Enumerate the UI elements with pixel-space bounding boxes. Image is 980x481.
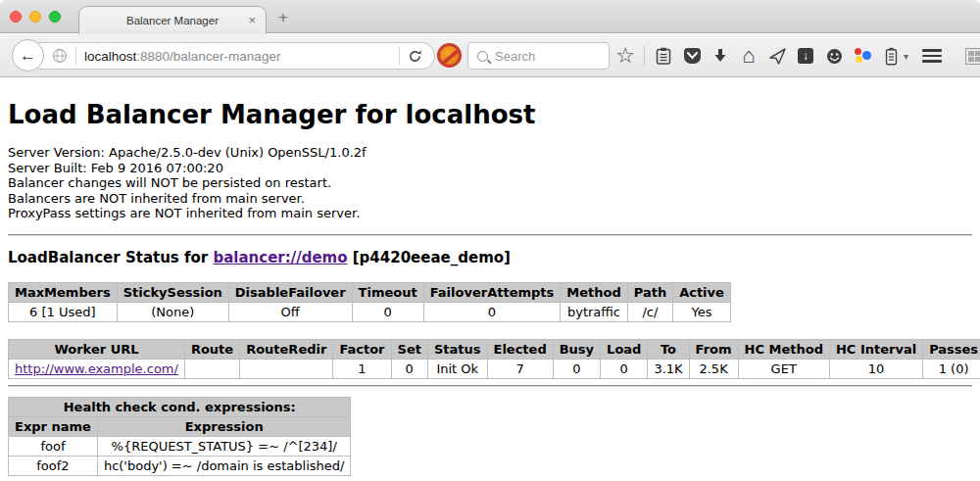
- header-cell: Worker URL: [9, 339, 185, 359]
- toolbar-icons: ☆ ⌂ ↓: [615, 40, 980, 72]
- url-bar[interactable]: localhost:8880/balancer-manager: [27, 42, 435, 70]
- header-cell: Timeout: [352, 282, 423, 302]
- reload-icon[interactable]: [408, 49, 422, 64]
- header-cell: DisableFailover: [228, 282, 352, 302]
- data-cell: 1 (0): [923, 359, 980, 378]
- header-cell: HC Interval: [829, 339, 922, 359]
- table-header-row: MaxMembers StickySession DisableFailover…: [9, 282, 731, 302]
- search-bar[interactable]: [467, 42, 610, 70]
- table-row: foof2 hc('body') =~ /domain is establish…: [9, 456, 351, 475]
- data-cell: Init Ok: [427, 359, 487, 378]
- health-table-title: Health check cond. expressions:: [9, 397, 351, 416]
- close-tab-icon[interactable]: ×: [248, 13, 256, 27]
- header-cell: Status: [427, 339, 487, 359]
- header-cell: Load: [601, 339, 648, 359]
- data-cell: 0: [352, 302, 423, 321]
- table-title-row: Health check cond. expressions:: [9, 397, 351, 416]
- balancer-demo-link[interactable]: balancer://demo: [213, 249, 347, 266]
- balancer-status-heading: LoadBalancer Status for balancer://demo …: [8, 249, 972, 266]
- emoji-addon-icon[interactable]: [824, 43, 844, 69]
- status-heading-suffix: [p4420eeae_demo]: [348, 249, 511, 266]
- addon-dropdown-caret-icon[interactable]: ▾: [904, 51, 908, 62]
- proxypass-notice-line: ProxyPass settings are NOT inherited fro…: [8, 206, 972, 221]
- header-cell: To: [648, 339, 689, 359]
- titlebar: Balancer Manager × +: [0, 0, 980, 33]
- data-cell: Yes: [673, 302, 731, 321]
- navigation-toolbar: ← localhost:8880/balancer-manager ☆: [0, 34, 980, 77]
- page-title: Load Balancer Manager for localhost: [8, 100, 972, 129]
- header-cell: Passes: [923, 339, 980, 359]
- colored-dots-addon-icon[interactable]: [853, 43, 872, 69]
- table-row: foof %{REQUEST_STATUS} =~ /^[234]/: [9, 436, 351, 456]
- expression-cell: hc('body') =~ /domain is established/: [97, 456, 351, 475]
- page-thumbnail-icon[interactable]: [964, 43, 980, 69]
- video-download-helper-icon[interactable]: ↓: [796, 43, 815, 69]
- downloads-icon[interactable]: [710, 43, 730, 69]
- server-version-line: Server Version: Apache/2.5.0-dev (Unix) …: [8, 145, 972, 161]
- header-cell: Factor: [333, 339, 391, 359]
- send-tab-icon[interactable]: [767, 43, 787, 69]
- header-cell: Elected: [487, 339, 553, 359]
- header-cell: From: [689, 339, 738, 359]
- header-cell: HC Method: [738, 339, 829, 359]
- header-cell: Busy: [553, 339, 600, 359]
- inherit-notice-line: Balancers are NOT inherited from main se…: [8, 191, 972, 207]
- worker-status-table: Worker URL Route RouteRedir Factor Set S…: [8, 339, 980, 379]
- page-content: Load Balancer Manager for localhost Serv…: [0, 78, 980, 481]
- data-cell: GET: [738, 359, 829, 378]
- tab-balancer-manager[interactable]: Balancer Manager ×: [78, 6, 267, 34]
- data-cell: 0: [553, 359, 600, 378]
- data-cell: 2.5K: [689, 359, 738, 378]
- url-path: :8880/balancer-manager: [136, 49, 280, 64]
- pocket-icon[interactable]: [682, 43, 702, 69]
- back-button[interactable]: ←: [12, 39, 44, 72]
- header-cell: StickySession: [117, 282, 228, 302]
- data-cell: /c/: [627, 302, 672, 321]
- server-built-line: Server Built: Feb 9 2016 07:00:20: [8, 161, 972, 176]
- browser-window: Balancer Manager × + ← localhost:8880/ba…: [0, 0, 980, 481]
- data-cell: Off: [228, 302, 352, 321]
- data-cell: 0: [601, 359, 648, 378]
- bookmark-star-icon[interactable]: ☆: [615, 43, 635, 69]
- header-cell: Expr name: [9, 416, 98, 436]
- close-window-button[interactable]: [10, 11, 22, 23]
- expr-name-cell: foof: [9, 436, 98, 456]
- url-host: localhost: [84, 49, 136, 64]
- data-cell: 1: [333, 359, 391, 378]
- data-cell: 10: [829, 359, 922, 378]
- new-tab-button[interactable]: +: [278, 8, 288, 27]
- minimize-window-button[interactable]: [29, 11, 41, 23]
- header-cell: Path: [627, 282, 672, 302]
- home-icon[interactable]: ⌂: [739, 43, 759, 69]
- health-check-table: Health check cond. expressions: Expr nam…: [8, 397, 351, 476]
- header-cell: Set: [391, 339, 427, 359]
- table-header-row: Expr name Expression: [9, 416, 351, 436]
- table-row: 6 [1 Used] (None) Off 0 0 bytraffic /c/ …: [9, 302, 731, 321]
- data-cell: 3.1K: [648, 359, 689, 378]
- data-cell: [184, 359, 239, 378]
- clipboard-icon[interactable]: [654, 43, 673, 69]
- header-cell: Expression: [97, 416, 351, 436]
- expression-cell: %{REQUEST_STATUS} =~ /^[234]/: [97, 436, 351, 456]
- worker-url-link[interactable]: http://www.example.com/: [15, 361, 178, 376]
- header-cell: Active: [673, 282, 731, 302]
- tab-title: Balancer Manager: [126, 15, 219, 26]
- header-cell: FailoverAttempts: [423, 282, 561, 302]
- table-header-row: Worker URL Route RouteRedir Factor Set S…: [9, 339, 980, 359]
- header-cell: MaxMembers: [9, 282, 118, 302]
- search-icon: [477, 51, 488, 62]
- data-cell: 6 [1 Used]: [9, 302, 118, 321]
- header-cell: RouteRedir: [240, 339, 333, 359]
- urlbar-divider: [75, 47, 76, 65]
- toolbar-divider: [644, 46, 645, 66]
- data-cell: [240, 359, 333, 378]
- fullscreen-window-button[interactable]: [49, 11, 61, 23]
- persist-notice-line: Balancer changes will NOT be persisted o…: [8, 175, 972, 191]
- menu-hamburger-icon[interactable]: [922, 43, 942, 69]
- expr-name-cell: foof2: [9, 456, 98, 475]
- battery-addon-icon[interactable]: [881, 43, 901, 69]
- header-cell: Route: [184, 339, 239, 359]
- flashblock-icon[interactable]: [437, 43, 462, 68]
- search-input[interactable]: [495, 49, 593, 64]
- table-row: http://www.example.com/ 1 0 Init Ok 7 0 …: [9, 359, 980, 378]
